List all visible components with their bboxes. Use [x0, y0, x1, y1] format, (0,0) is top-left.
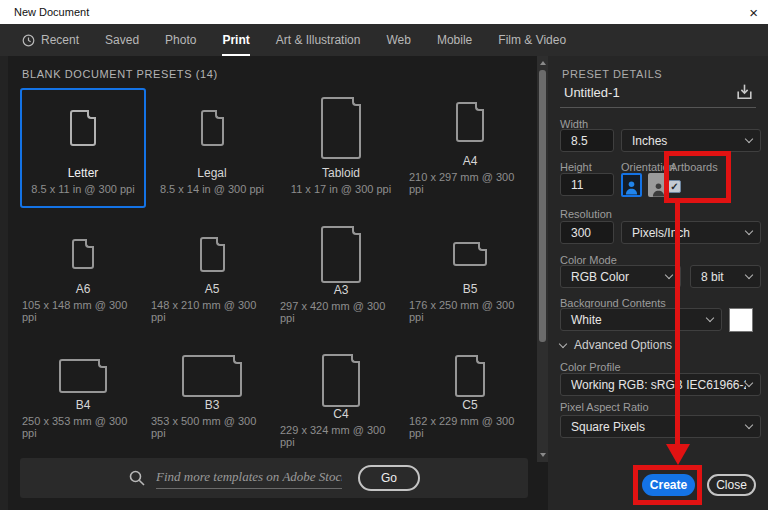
preset-dims: 229 x 324 mm @ 300 ppi — [280, 424, 402, 448]
preset-card[interactable]: Tabloid 11 x 17 in @ 300 ppi — [278, 88, 404, 208]
chevron-down-icon — [665, 271, 673, 279]
preset-name: Tabloid — [322, 166, 360, 180]
document-icon — [456, 102, 484, 142]
background-color-swatch[interactable] — [729, 308, 753, 332]
preset-card[interactable]: Letter 8.5 x 11 in @ 300 ppi — [20, 88, 146, 208]
scroll-up-icon[interactable] — [537, 58, 548, 68]
orientation-landscape-icon[interactable] — [648, 173, 669, 197]
height-label: Height — [560, 161, 592, 173]
preset-dims: 148 x 210 mm @ 300 ppi — [151, 299, 273, 323]
bit-depth-dropdown[interactable]: 8 bit — [690, 265, 761, 288]
search-icon — [128, 469, 146, 487]
tab-film-video[interactable]: Film & Video — [498, 24, 566, 56]
preset-card[interactable]: A6 105 x 148 mm @ 300 ppi — [20, 224, 146, 336]
preset-card[interactable]: A5 148 x 210 mm @ 300 ppi — [149, 224, 275, 336]
tab-mobile[interactable]: Mobile — [437, 24, 472, 56]
preset-name: Legal — [197, 166, 226, 180]
preset-dims: 11 x 17 in @ 300 ppi — [291, 183, 391, 195]
width-input[interactable] — [560, 129, 614, 152]
adobe-stock-search-bar: Go — [20, 458, 528, 498]
document-icon — [200, 237, 225, 272]
preset-dims: 297 x 420 mm @ 300 ppi — [280, 300, 402, 324]
preset-name: B4 — [76, 398, 91, 412]
preset-card[interactable]: A4 210 x 297 mm @ 300 ppi — [407, 88, 533, 208]
tab-label: Web — [386, 33, 410, 47]
preset-dims: 162 x 229 mm @ 300 ppi — [409, 415, 531, 439]
preset-name: A5 — [205, 282, 220, 296]
preset-card[interactable]: B5 176 x 250 mm @ 300 ppi — [407, 224, 533, 336]
create-button[interactable]: Create — [642, 474, 695, 496]
resolution-unit-dropdown[interactable]: Pixels/Inch — [621, 221, 761, 244]
tab-saved[interactable]: Saved — [105, 24, 139, 56]
tab-recent[interactable]: Recent — [22, 24, 79, 56]
title-bar: New Document × — [0, 0, 768, 24]
chevron-down-icon — [706, 314, 714, 322]
document-name-field[interactable]: Untitled-1 — [564, 85, 620, 100]
preset-dims: 210 x 297 mm @ 300 ppi — [409, 171, 531, 195]
orientation-portrait-icon[interactable] — [621, 173, 642, 197]
preset-card[interactable]: B3 353 x 500 mm @ 300 ppi — [149, 352, 275, 452]
close-button[interactable]: Close — [707, 474, 756, 496]
preset-card[interactable]: A3 297 x 420 mm @ 300 ppi — [278, 224, 404, 336]
preset-name: A4 — [463, 154, 478, 168]
preset-card[interactable]: C4 229 x 324 mm @ 300 ppi — [278, 352, 404, 452]
tab-web[interactable]: Web — [386, 24, 410, 56]
save-preset-icon[interactable] — [734, 82, 755, 107]
color-profile-dropdown[interactable]: Working RGB: sRGB IEC61966-2.1 — [560, 373, 761, 396]
chevron-down-icon — [745, 271, 753, 279]
preset-name: C4 — [333, 407, 348, 421]
preset-details-panel: PRESET DETAILS Untitled-1 Width Inches H… — [548, 56, 768, 510]
presets-grid: Letter 8.5 x 11 in @ 300 ppi Legal 8.5 x… — [20, 88, 548, 452]
chevron-down-icon — [559, 339, 567, 347]
tab-label: Film & Video — [498, 33, 566, 47]
scrollbar[interactable] — [537, 56, 548, 462]
tab-print[interactable]: Print — [222, 24, 249, 56]
resolution-input[interactable] — [560, 221, 614, 244]
artboards-checkbox[interactable]: ✓ — [668, 180, 681, 193]
color-profile-label: Color Profile — [560, 361, 621, 373]
preset-name: B5 — [463, 282, 478, 296]
preset-dims: 353 x 500 mm @ 300 ppi — [151, 415, 273, 439]
document-icon — [59, 359, 107, 393]
background-contents-dropdown[interactable]: White — [560, 308, 722, 331]
tab-label: Art & Illustration — [276, 33, 361, 47]
chevron-down-icon — [745, 421, 753, 429]
preset-card[interactable]: B4 250 x 353 mm @ 300 ppi — [20, 352, 146, 452]
tab-label: Print — [222, 33, 249, 47]
pixel-aspect-ratio-dropdown[interactable]: Square Pixels — [560, 415, 761, 438]
preset-name: A3 — [334, 283, 349, 297]
search-input[interactable] — [156, 467, 342, 489]
color-mode-dropdown[interactable]: RGB Color — [560, 265, 681, 288]
height-input[interactable] — [560, 173, 614, 196]
advanced-options-toggle[interactable]: Advanced Options — [560, 338, 672, 352]
preset-card[interactable]: Legal 8.5 x 14 in @ 300 ppi — [149, 88, 275, 208]
scrollbar-thumb[interactable] — [539, 70, 546, 342]
go-button[interactable]: Go — [358, 465, 420, 491]
new-document-dialog: New Document × Recent Saved Photo Print … — [0, 0, 768, 510]
document-icon — [322, 354, 360, 407]
close-icon[interactable]: × — [749, 5, 758, 20]
tab-label: Mobile — [437, 33, 472, 47]
preset-dims: 8.5 x 11 in @ 300 ppi — [31, 183, 134, 195]
units-dropdown[interactable]: Inches — [621, 129, 761, 152]
presets-panel: BLANK DOCUMENT PRESETS (14) Letter 8.5 x… — [8, 56, 548, 510]
document-icon — [182, 355, 242, 397]
preset-name: C5 — [462, 398, 477, 412]
preset-dims: 8.5 x 14 in @ 300 ppi — [160, 183, 264, 195]
name-field-underline — [560, 107, 756, 108]
resolution-label: Resolution — [560, 208, 612, 220]
document-icon — [453, 242, 487, 266]
tab-art-illustration[interactable]: Art & Illustration — [276, 24, 361, 56]
document-icon — [455, 355, 485, 397]
document-icon — [72, 239, 94, 269]
artboards-label: Artboards — [670, 161, 718, 173]
preset-name: B3 — [205, 398, 220, 412]
dialog-title: New Document — [14, 6, 89, 18]
preset-card[interactable]: C5 162 x 229 mm @ 300 ppi — [407, 352, 533, 452]
tab-label: Recent — [41, 33, 79, 47]
orientation-label: Orientation — [621, 161, 675, 173]
document-icon — [321, 97, 361, 159]
scroll-down-icon[interactable] — [537, 450, 548, 460]
tab-photo[interactable]: Photo — [165, 24, 196, 56]
clock-icon — [22, 34, 35, 47]
